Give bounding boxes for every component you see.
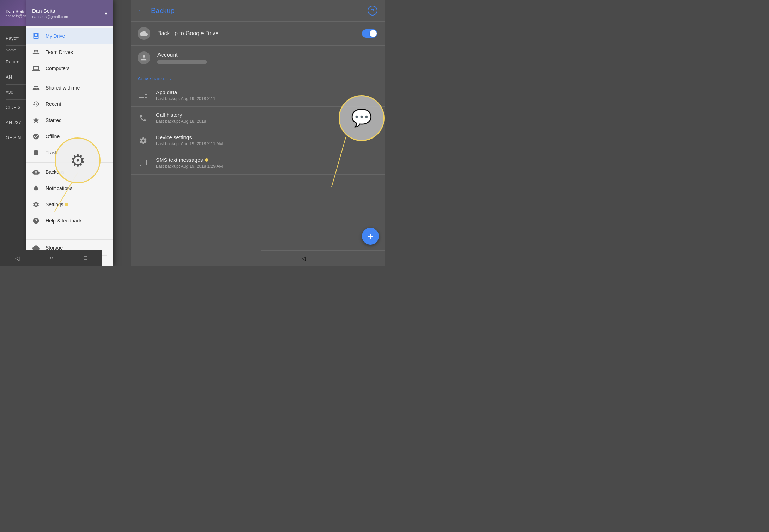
bg-item-text: OF SIN <box>6 135 21 140</box>
team-drives-label: Team Drives <box>46 49 73 55</box>
bg-item-text: CIDE 3 <box>6 105 20 110</box>
fab-button[interactable]: + <box>362 228 379 245</box>
sidebar-item-starred[interactable]: Starred <box>26 112 113 128</box>
bg-item-text: AN <box>6 74 12 80</box>
recent-icon <box>32 100 40 108</box>
computers-icon <box>32 65 40 72</box>
sms-header: SMS text messages <box>156 157 377 163</box>
device-settings-subtitle: Last backup: Aug 19, 2018 2:11 AM <box>156 141 223 146</box>
notifications-label: Notifications <box>46 185 72 191</box>
account-row[interactable]: Account <box>131 46 384 70</box>
account-content: Account <box>157 52 377 64</box>
backup-title: Backup <box>151 7 368 15</box>
my-drive-icon <box>32 32 40 40</box>
sidebar-item-my-drive[interactable]: My Drive <box>26 28 113 44</box>
google-drive-backup-title: Back up to Google Drive <box>157 30 218 36</box>
shared-icon <box>32 84 40 92</box>
bg-item-text: AN #37 <box>6 120 21 125</box>
account-title: Account <box>157 52 178 58</box>
bg-item-text: Payoff <box>6 36 19 41</box>
bg-item-text: #30 <box>6 90 13 95</box>
backup-content: Back up to Google Drive Account Active b… <box>131 22 384 266</box>
backup-back-button[interactable]: ← <box>138 6 145 15</box>
storage-text: Storage <box>46 245 63 251</box>
app-data-title: App data <box>156 89 177 95</box>
drawer-arrow[interactable]: ▾ <box>105 11 107 16</box>
team-drives-icon <box>32 48 40 56</box>
sms-title: SMS text messages <box>156 157 203 163</box>
gear-annotation-circle: ⚙ <box>55 137 101 183</box>
nav-bar-left: ◁ ○ □ <box>0 250 102 266</box>
google-drive-backup-content: Back up to Google Drive <box>157 30 362 37</box>
my-drive-label: My Drive <box>46 33 65 39</box>
backup-help-button[interactable]: ? <box>368 6 377 16</box>
starred-icon <box>32 116 40 124</box>
nav-back-left[interactable]: ◁ <box>15 255 19 262</box>
nav-back-right[interactable]: ◁ <box>302 255 306 262</box>
notifications-icon <box>32 184 40 192</box>
account-icon <box>138 51 150 64</box>
shared-label: Shared with me <box>46 85 80 91</box>
help-label: Help & feedback <box>46 218 82 224</box>
call-history-icon <box>138 112 149 124</box>
recent-label: Recent <box>46 101 61 107</box>
account-subtitle <box>157 60 207 64</box>
google-drive-icon <box>138 27 150 40</box>
divider-1 <box>26 78 113 78</box>
sms-content: SMS text messages Last backup: Aug 19, 2… <box>156 157 377 169</box>
sms-subtitle: Last backup: Aug 19, 2018 1:29 AM <box>156 164 223 169</box>
help-icon <box>32 217 40 225</box>
nav-home-left[interactable]: ○ <box>50 255 53 261</box>
sms-icon <box>138 158 149 169</box>
drawer-header: Dan Seits danseits@gmail.com ▾ <box>26 0 113 26</box>
google-drive-backup-row: Back up to Google Drive <box>131 22 384 46</box>
app-data-content: App data Last backup: Aug 19, 2018 2:11 <box>156 89 377 102</box>
drawer-user-email: danseits@gmail.com <box>32 14 68 19</box>
sms-yellow-dot <box>205 158 208 162</box>
backups-icon <box>32 168 40 176</box>
device-settings-icon <box>138 135 149 146</box>
sidebar-item-settings[interactable]: Settings <box>26 196 113 213</box>
sidebar-item-notifications[interactable]: Notifications <box>26 180 113 196</box>
starred-label: Starred <box>46 117 62 123</box>
offline-label: Offline <box>46 134 60 139</box>
computers-label: Computers <box>46 66 69 71</box>
app-data-icon <box>138 90 149 101</box>
settings-yellow-dot <box>65 203 68 206</box>
active-backups-label: Active backups <box>131 70 384 84</box>
sms-annotation-circle: 💬 <box>339 95 384 141</box>
sidebar-item-computers[interactable]: Computers <box>26 60 113 77</box>
bg-item-text: Return <box>6 59 19 65</box>
backup-header: ← Backup ? <box>131 0 384 22</box>
call-history-subtitle: Last backup: Aug 18, 2018 <box>156 119 206 124</box>
app-data-subtitle: Last backup: Aug 19, 2018 2:11 <box>156 96 216 101</box>
settings-label: Settings <box>46 202 63 207</box>
call-history-title: Call history <box>156 112 182 118</box>
navigation-drawer: Dan Seits danseits@gmail.com ▾ My Drive … <box>26 0 113 266</box>
device-settings-title: Device settings <box>156 134 192 140</box>
nav-bar-right: ◁ ○ □ <box>261 250 384 266</box>
app-data-header: App data <box>156 89 377 95</box>
drawer-user-name: Dan Seits <box>32 8 68 14</box>
drawer-items-list: My Drive Team Drives Computers <box>26 26 113 239</box>
trash-icon <box>32 149 40 157</box>
toggle-knob <box>370 30 377 37</box>
nav-recents-left[interactable]: □ <box>84 255 87 261</box>
sidebar-item-recent[interactable]: Recent <box>26 96 113 112</box>
sms-annotation-symbol: 💬 <box>351 108 372 128</box>
settings-icon <box>32 201 40 208</box>
google-drive-toggle[interactable] <box>362 29 377 38</box>
offline-icon <box>32 133 40 140</box>
device-settings-header: Device settings <box>156 134 377 140</box>
gear-annotation-symbol: ⚙ <box>70 151 85 170</box>
drawer-user-info: Dan Seits danseits@gmail.com <box>32 8 68 19</box>
backup-item-sms[interactable]: SMS text messages Last backup: Aug 19, 2… <box>131 152 384 175</box>
sidebar-item-team-drives[interactable]: Team Drives <box>26 44 113 60</box>
device-settings-content: Device settings Last backup: Aug 19, 201… <box>156 134 377 147</box>
sidebar-item-shared[interactable]: Shared with me <box>26 80 113 96</box>
sidebar-item-help[interactable]: Help & feedback <box>26 213 113 229</box>
